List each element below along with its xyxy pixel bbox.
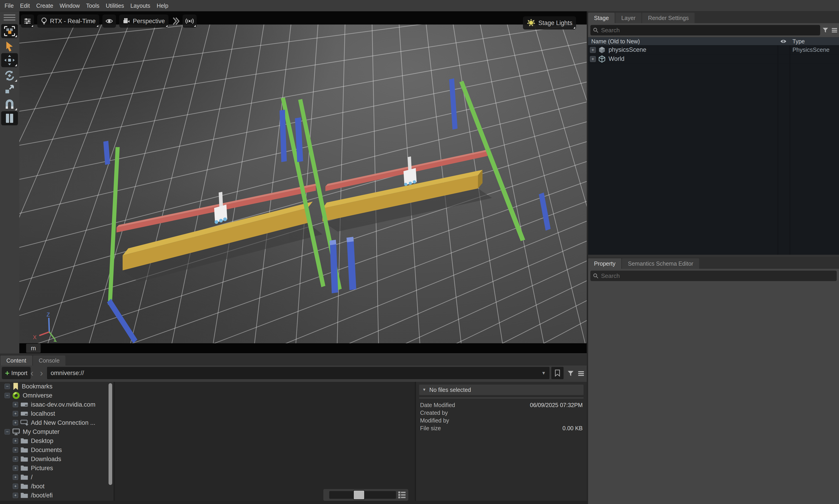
file-grid-area[interactable]: [115, 382, 415, 501]
viewport-settings-button[interactable]: [21, 15, 34, 28]
stage-row-world[interactable]: + World: [588, 54, 839, 64]
panel-gap: [588, 255, 839, 257]
selection-summary-label: No files selected: [429, 386, 471, 393]
tree-item-desktop[interactable]: + Desktop: [0, 436, 113, 446]
property-search-box[interactable]: [590, 271, 837, 281]
menu-edit[interactable]: Edit: [17, 0, 33, 11]
expand-toggle[interactable]: +: [13, 438, 18, 444]
unit-selector[interactable]: m: [26, 344, 41, 353]
expand-toggle[interactable]: +: [13, 411, 18, 416]
tree-item-isaac-dev[interactable]: + isaac-dev.ov.nvidia.com: [0, 400, 113, 409]
visibility-button[interactable]: [102, 15, 116, 28]
tab-render-settings[interactable]: Render Settings: [642, 13, 695, 23]
tab-layer[interactable]: Layer: [615, 13, 641, 23]
menu-utilities[interactable]: Utilities: [103, 0, 127, 11]
menu-bar: File Edit Create Window Tools Utilities …: [0, 0, 839, 11]
selection-mode-button[interactable]: [1, 24, 18, 38]
import-button[interactable]: + Import: [2, 367, 31, 379]
stage-search-input[interactable]: [601, 27, 818, 34]
path-input[interactable]: [51, 370, 541, 377]
viewport-scene: Z X: [19, 11, 587, 343]
cube-icon: [598, 46, 606, 54]
expand-toggle[interactable]: +: [13, 420, 18, 426]
back-button[interactable]: ‹: [31, 365, 33, 380]
scale-icon: [4, 84, 15, 95]
menu-file[interactable]: File: [1, 0, 17, 11]
camera-icon: [123, 17, 130, 25]
content-bottom-strip: [0, 501, 587, 504]
selection-summary-header[interactable]: ▼ No files selected: [419, 384, 584, 395]
audio-button[interactable]: [182, 15, 197, 28]
stage-search-box[interactable]: [590, 25, 820, 35]
menu-create[interactable]: Create: [33, 0, 56, 11]
tab-stage[interactable]: Stage: [588, 13, 615, 23]
type-column-header[interactable]: Type: [792, 38, 805, 45]
property-empty-area: [588, 283, 839, 503]
expand-toggle[interactable]: +: [13, 493, 18, 498]
toolbar-grip-handle[interactable]: [4, 15, 15, 22]
forward-button[interactable]: ›: [40, 365, 43, 380]
tree-item-bookmarks[interactable]: − Bookmarks: [0, 382, 113, 391]
tree-item-add-new-connection[interactable]: + Add New Connection ...: [0, 418, 113, 427]
tree-item-localhost[interactable]: + localhost: [0, 409, 113, 418]
property-search-input[interactable]: [601, 272, 835, 280]
menu-layouts[interactable]: Layouts: [127, 0, 154, 11]
select-cubes-icon: [4, 26, 15, 37]
menu-help[interactable]: Help: [154, 0, 172, 11]
menu-window[interactable]: Window: [56, 0, 83, 11]
tab-content[interactable]: Content: [0, 356, 32, 365]
tree-item-pictures[interactable]: + Pictures: [0, 464, 113, 473]
prim-name: World: [609, 55, 624, 62]
tree-item-root[interactable]: + /: [0, 473, 113, 482]
content-options-button[interactable]: [577, 369, 585, 378]
tree-scrollbar[interactable]: [109, 383, 112, 485]
filter-icon: [567, 370, 574, 377]
tab-semantics-schema-editor[interactable]: Semantics Schema Editor: [622, 258, 699, 269]
collapse-toggle[interactable]: −: [4, 384, 10, 389]
computer-icon: [12, 428, 20, 435]
snap-tool-button[interactable]: [1, 97, 18, 111]
expand-toggle[interactable]: +: [13, 474, 18, 480]
select-tool-button[interactable]: [1, 39, 18, 54]
pause-button[interactable]: [1, 111, 18, 125]
view-mode-icon[interactable]: [398, 491, 406, 499]
scale-tool-button[interactable]: [1, 82, 18, 96]
viewport-3d[interactable]: Z X RTX - Real-Time: [19, 11, 587, 353]
expand-toggle[interactable]: +: [590, 56, 596, 62]
details-separator: [419, 398, 584, 398]
expand-toggle[interactable]: +: [13, 456, 18, 462]
camera-button[interactable]: Perspective: [119, 15, 168, 28]
renderer-button[interactable]: RTX - Real-Time: [37, 15, 99, 28]
content-filter-button[interactable]: [566, 369, 575, 378]
expand-toggle[interactable]: +: [13, 465, 18, 471]
move-icon: [4, 54, 15, 66]
rotate-tool-button[interactable]: [1, 69, 18, 83]
name-column-header[interactable]: Name (Old to New): [591, 38, 640, 45]
collapse-toggle[interactable]: −: [4, 429, 10, 434]
path-dropdown-icon[interactable]: ▼: [541, 371, 546, 376]
stage-filter-button[interactable]: [821, 26, 830, 35]
expand-toggle[interactable]: +: [13, 447, 18, 453]
tree-item-omniverse[interactable]: − Omniverse: [0, 391, 113, 400]
path-bar[interactable]: ▼: [47, 367, 550, 379]
tree-item-documents[interactable]: + Documents: [0, 446, 113, 454]
tab-property[interactable]: Property: [588, 258, 621, 269]
menu-tools[interactable]: Tools: [83, 0, 102, 11]
stage-lights-button[interactable]: Stage Lights: [523, 16, 576, 30]
expand-toggle[interactable]: +: [13, 484, 18, 489]
tree-item-boot-efi[interactable]: + /boot/efi: [0, 491, 113, 500]
visibility-column-icon[interactable]: [780, 38, 787, 44]
tree-item-my-computer[interactable]: − My Computer: [0, 427, 113, 436]
tab-console[interactable]: Console: [33, 356, 66, 365]
slider-handle[interactable]: [353, 490, 365, 500]
move-tool-button[interactable]: [1, 53, 18, 67]
expand-toggle[interactable]: +: [13, 402, 18, 407]
stage-row-physicsscene[interactable]: + physicsScene PhysicsScene: [588, 46, 839, 54]
stage-column-header[interactable]: Name (Old to New) Type: [588, 37, 839, 46]
bookmark-button[interactable]: [551, 367, 564, 379]
collapse-toggle[interactable]: −: [4, 393, 10, 398]
stage-options-button[interactable]: [830, 26, 839, 35]
tree-item-boot[interactable]: + /boot: [0, 482, 113, 491]
expand-toggle[interactable]: +: [590, 47, 596, 53]
tree-item-downloads[interactable]: + Downloads: [0, 454, 113, 464]
